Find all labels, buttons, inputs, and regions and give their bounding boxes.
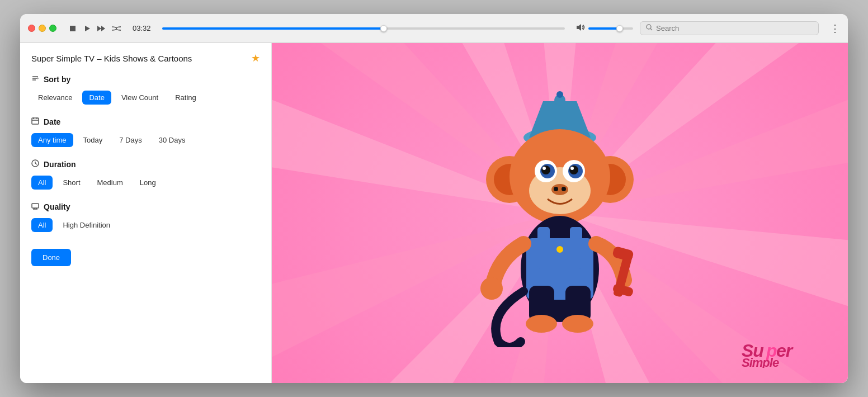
svg-line-19 [35, 163, 37, 164]
calendar-icon [31, 117, 39, 126]
svg-point-52 [541, 166, 550, 174]
volume-thumb[interactable] [616, 25, 623, 32]
playback-controls [68, 23, 121, 34]
svg-marker-5 [120, 29, 121, 31]
svg-point-72 [480, 277, 503, 300]
quality-all-button[interactable]: All [31, 218, 53, 232]
date-anytime-button[interactable]: Any time [31, 133, 73, 147]
svg-marker-1 [85, 26, 90, 31]
svg-marker-3 [101, 26, 105, 31]
sort-by-section: Sort by Relevance Date View Count Rating [31, 74, 260, 105]
quality-header: Quality [31, 202, 260, 211]
minimize-button[interactable] [39, 25, 46, 32]
video-area: Su p er Simple [272, 43, 848, 383]
quality-label: Quality [44, 202, 70, 211]
search-icon [646, 24, 653, 32]
duration-section: Duration All Short Medium Long [31, 159, 260, 190]
volume-fill [588, 27, 620, 30]
volume-section [576, 23, 633, 33]
search-input[interactable] [656, 24, 813, 32]
sort-by-buttons: Relevance Date View Count Rating [31, 91, 260, 105]
more-options-button[interactable]: ⋮ [830, 22, 840, 35]
svg-text:Simple: Simple [742, 356, 779, 368]
supersimple-logo: Su p er Simple [742, 334, 831, 368]
video-background: Su p er Simple [272, 43, 848, 383]
quality-buttons: All High Definition [31, 218, 260, 232]
svg-point-53 [569, 166, 578, 174]
svg-text:er: er [776, 341, 794, 361]
svg-rect-20 [32, 204, 39, 208]
time-display: 03:32 [133, 24, 151, 32]
star-icon[interactable]: ★ [251, 52, 260, 64]
search-box[interactable] [640, 21, 819, 35]
volume-icon [576, 23, 585, 33]
shuffle-button[interactable] [111, 23, 121, 34]
svg-point-41 [556, 91, 563, 98]
date-30days-button[interactable]: 30 Days [152, 133, 192, 147]
duration-buttons: All Short Medium Long [31, 176, 260, 190]
quality-icon [31, 202, 39, 211]
fast-forward-button[interactable] [97, 23, 107, 34]
brand-watermark: Su p er Simple [742, 334, 831, 372]
svg-line-8 [650, 29, 652, 30]
filter-sidebar: Super Simple TV – Kids Shows & Cartoons … [20, 43, 272, 383]
svg-marker-4 [120, 26, 121, 28]
video-content [272, 43, 848, 383]
sort-rating-button[interactable]: Rating [168, 91, 203, 105]
progress-fill [162, 27, 384, 30]
date-today-button[interactable]: Today [77, 133, 110, 147]
titlebar: 03:32 [20, 14, 848, 43]
stop-button[interactable] [68, 23, 78, 34]
svg-point-68 [562, 315, 593, 333]
svg-rect-13 [32, 118, 39, 124]
duration-label: Duration [44, 160, 76, 169]
monkey-character [465, 79, 655, 347]
svg-point-55 [570, 167, 574, 170]
svg-point-58 [562, 187, 566, 191]
duration-long-button[interactable]: Long [133, 176, 163, 190]
svg-marker-2 [97, 26, 101, 31]
progress-thumb[interactable] [380, 25, 387, 32]
svg-point-57 [554, 187, 558, 191]
svg-point-54 [542, 167, 546, 170]
maximize-button[interactable] [49, 25, 56, 32]
svg-point-64 [556, 246, 563, 253]
duration-header: Duration [31, 159, 260, 169]
duration-short-button[interactable]: Short [56, 176, 87, 190]
svg-point-7 [647, 25, 651, 29]
date-label: Date [44, 117, 60, 126]
date-section: Date Any time Today 7 Days 30 Days [31, 117, 260, 147]
quality-hd-button[interactable]: High Definition [56, 218, 117, 232]
sort-icon [31, 74, 39, 84]
duration-all-button[interactable]: All [31, 176, 53, 190]
traffic-lights [28, 25, 56, 32]
volume-bar[interactable] [588, 27, 633, 30]
date-buttons: Any time Today 7 Days 30 Days [31, 133, 260, 147]
sort-by-header: Sort by [31, 74, 260, 84]
date-7days-button[interactable]: 7 Days [112, 133, 148, 147]
close-button[interactable] [28, 25, 35, 32]
quality-section: Quality All High Definition [31, 202, 260, 232]
channel-title: Super Simple TV – Kids Shows & Cartoons [31, 54, 192, 63]
sort-relevance-button[interactable]: Relevance [31, 91, 79, 105]
svg-marker-12 [37, 77, 39, 79]
done-button[interactable]: Done [31, 249, 71, 266]
progress-bar[interactable] [162, 27, 565, 30]
date-header: Date [31, 117, 260, 126]
app-window: 03:32 [20, 14, 848, 383]
svg-rect-63 [537, 238, 582, 269]
svg-marker-6 [577, 24, 581, 31]
play-button[interactable] [82, 23, 92, 34]
svg-point-67 [526, 315, 557, 333]
main-content: Super Simple TV – Kids Shows & Cartoons … [20, 43, 848, 383]
sort-date-button[interactable]: Date [82, 91, 111, 105]
sort-viewcount-button[interactable]: View Count [115, 91, 165, 105]
duration-medium-button[interactable]: Medium [91, 176, 130, 190]
svg-rect-0 [70, 26, 76, 31]
channel-header: Super Simple TV – Kids Shows & Cartoons … [31, 52, 260, 64]
clock-icon [31, 159, 39, 169]
sort-by-label: Sort by [44, 75, 70, 84]
